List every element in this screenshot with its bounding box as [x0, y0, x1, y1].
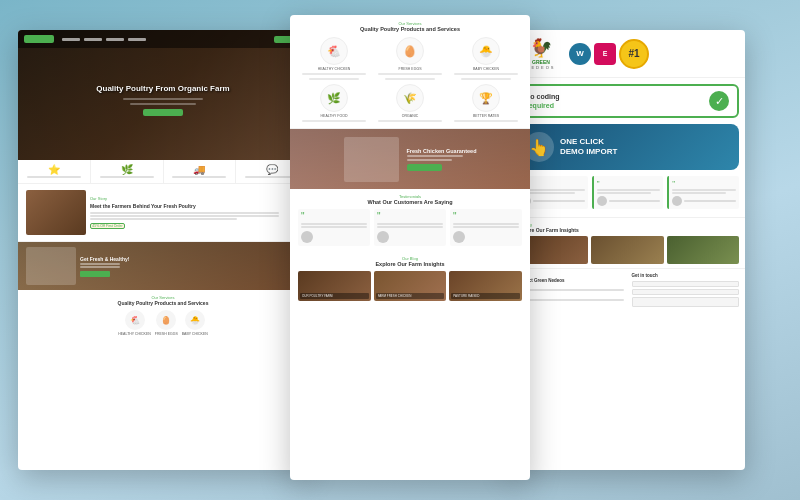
- testimonials-section: Testimonials What Our Customers Are Sayi…: [290, 189, 530, 251]
- blog-right-images: [516, 236, 739, 264]
- badges-area: W E #1: [569, 36, 739, 71]
- testimonial-line: [301, 223, 367, 225]
- preview-panel-left: Quality Poultry From Organic Farm ⭐ 🌿 🚚: [18, 30, 308, 470]
- contact-info: Contact Contact Green Nedeos: [516, 273, 624, 309]
- t-line: [521, 189, 585, 191]
- about-title: Meet the Farmers Behind Your Fresh Poult…: [90, 203, 300, 210]
- one-click-demo-badge: 👆 ONE CLICKDEMO IMPORT: [516, 124, 739, 170]
- wordpress-badge: W: [569, 43, 591, 65]
- better-rates-icon: 🏆: [472, 84, 500, 112]
- testimonial-avatar: [672, 196, 682, 206]
- blog-right-image-3: [667, 236, 739, 264]
- service-item: 🐣 BABY CHICKEN: [182, 310, 208, 336]
- center-services-title: Quality Poultry Products and Services: [298, 26, 522, 32]
- center-services-grid: 🐔 HEALTHY CHICKEN 🥚 FRESH EGGS 🐣 BABY CH…: [298, 37, 522, 122]
- blog-label-3: PASTURE RAISED: [451, 293, 520, 299]
- t-line: [597, 189, 661, 191]
- testimonial-avatar: [597, 196, 607, 206]
- t-line: [672, 192, 726, 194]
- promo-text: Get Fresh & Healthy!: [80, 256, 129, 277]
- about-content: Our Story Meet the Farmers Behind Your F…: [90, 196, 300, 229]
- service-label: BABY CHICKEN: [182, 332, 208, 336]
- desc-line: [80, 266, 120, 268]
- organic-icon: 🌾: [396, 84, 424, 112]
- required-text: required: [526, 102, 554, 109]
- nav-bar: [18, 30, 308, 48]
- name-line: [684, 200, 736, 202]
- blog-right: Our Blog Explore Our Farm Insights: [510, 217, 745, 268]
- t-line: [597, 192, 651, 194]
- blog-image-2: FARM FRESH CHICKEN: [374, 271, 447, 301]
- contact-section: Contact Contact Green Nedeos Get in touc…: [510, 268, 745, 313]
- guarantee-text: Fresh Chicken Guaranteed: [407, 148, 477, 171]
- nav-links: [62, 38, 266, 41]
- quote-icon: ": [521, 179, 585, 188]
- blog-label-2: FARM FRESH CHICKEN: [376, 293, 445, 299]
- blog-section: Our Blog Explore Our Farm Insights OUR P…: [290, 251, 530, 306]
- center-grid-item: 🌾 ORGANIC: [374, 84, 446, 122]
- one-click-text: ONE CLICKDEMO IMPORT: [560, 137, 617, 158]
- contact-message-field: [632, 297, 740, 307]
- center-grid-label: HEALTHY FOOD: [321, 114, 348, 118]
- blog-image-3: PASTURE RAISED: [449, 271, 522, 301]
- center-grid-item: 🥚 FRESH EGGS: [374, 37, 446, 80]
- service-item: 🐔 HEALTHY CHICKEN: [118, 310, 151, 336]
- about-section: Our Story Meet the Farmers Behind Your F…: [18, 184, 308, 242]
- email-line: [526, 299, 624, 301]
- service-label: HEALTHY CHICKEN: [118, 332, 151, 336]
- testimonial-item: ": [450, 209, 522, 246]
- quote-mark: ": [377, 212, 443, 222]
- promo-image: [26, 247, 76, 285]
- quote-mark: ": [453, 212, 519, 222]
- contact-form-title: Get in touch: [632, 273, 740, 278]
- preview-panel-center: Our Services Quality Poultry Products an…: [290, 15, 530, 480]
- blog-right-image-2: [591, 236, 663, 264]
- testimonial-item: ": [298, 209, 370, 246]
- promo-section: Get Fresh & Healthy!: [18, 242, 308, 290]
- healthy-chicken-icon: 🐔: [320, 37, 348, 65]
- rooster-icon: 🐓: [530, 37, 552, 59]
- about-label: Our Story: [90, 196, 300, 201]
- service-label: FRESH EGGS: [155, 332, 178, 336]
- services-grid: 🐔 HEALTHY CHICKEN 🥚 FRESH EGGS 🐣 BABY CH…: [26, 310, 300, 336]
- testimonial-avatar-row: [597, 196, 661, 206]
- name-line: [533, 200, 585, 202]
- testimonials-title: What Our Customers Are Saying: [298, 199, 522, 205]
- testimonial-line: [301, 226, 367, 228]
- guarantee-image: [344, 137, 399, 182]
- nav-logo: [24, 35, 54, 43]
- nav-link: [84, 38, 102, 41]
- contact-email-field: [632, 289, 740, 295]
- brand-tagline: NEDEOS: [527, 65, 556, 70]
- chicken-icon: 🐔: [125, 310, 145, 330]
- services-section: Our Services Quality Poultry Products an…: [18, 290, 308, 341]
- preview-panel-right: 🐓 GREEN NEDEOS W E #1 no coding required…: [510, 30, 745, 470]
- quote-icon: ": [672, 179, 736, 188]
- name-line: [609, 200, 661, 202]
- testimonial-avatar: [453, 231, 465, 243]
- blog-title: Explore Our Farm Insights: [298, 261, 522, 267]
- center-grid-label: FRESH EGGS: [399, 67, 422, 71]
- testimonial-item: ": [374, 209, 446, 246]
- check-icon: ✓: [709, 91, 729, 111]
- center-grid-item: 🏆 BETTER RATES: [450, 84, 522, 122]
- guarantee-title: Fresh Chicken Guaranteed: [407, 148, 477, 154]
- rank-number: #1: [628, 49, 639, 59]
- testimonial-line: [377, 226, 443, 228]
- hero-title: Quality Poultry From Organic Farm: [96, 84, 229, 94]
- egg-icon: 🥚: [156, 310, 176, 330]
- center-grid-label: HEALTHY CHICKEN: [318, 67, 351, 71]
- elementor-badge: E: [594, 43, 616, 65]
- guarantee-button: [407, 164, 442, 171]
- right-header: 🐓 GREEN NEDEOS W E #1: [510, 30, 745, 78]
- blog-image-1: OUR POULTRY FARM: [298, 271, 371, 301]
- quote-mark: ": [301, 212, 367, 222]
- testimonial-line: [453, 226, 519, 228]
- nav-link: [128, 38, 146, 41]
- desc-line: [90, 212, 279, 214]
- center-grid-item: 🐣 BABY CHICKEN: [450, 37, 522, 80]
- desc-line: [90, 218, 237, 220]
- center-grid-label: BABY CHICKEN: [473, 67, 499, 71]
- promo-button: [80, 271, 110, 277]
- promo-title: Get Fresh & Healthy!: [80, 256, 129, 262]
